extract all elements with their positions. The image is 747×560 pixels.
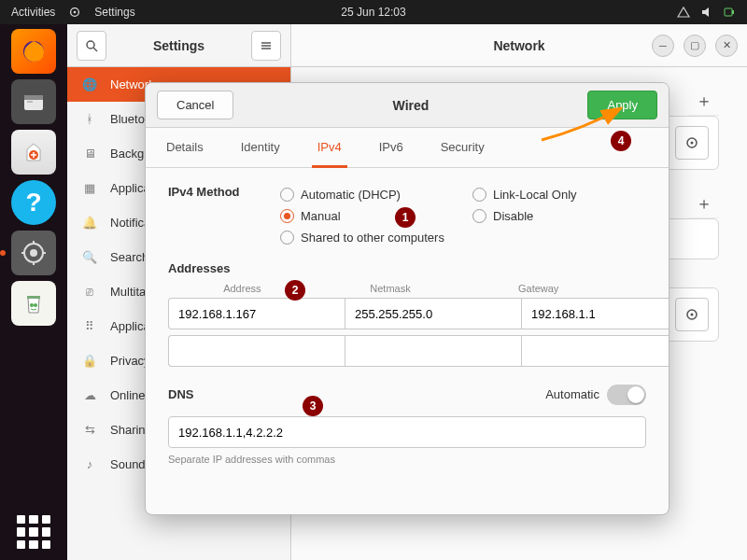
- add-wired-button[interactable]: ＋: [689, 86, 719, 116]
- maximize-button[interactable]: ▢: [684, 35, 706, 57]
- radio-linklocal[interactable]: Link-Local Only: [472, 188, 646, 202]
- dns-automatic-toggle[interactable]: [607, 385, 646, 405]
- gateway-input[interactable]: [521, 298, 669, 329]
- app-name: Settings: [94, 6, 134, 19]
- svg-point-10: [30, 249, 37, 257]
- search-button[interactable]: [77, 31, 106, 61]
- sidebar-title: Settings: [116, 38, 242, 53]
- radio-automatic[interactable]: Automatic (DHCP): [280, 188, 454, 202]
- device-icon: ⎚: [82, 285, 97, 300]
- svg-point-18: [87, 41, 94, 49]
- activities-button[interactable]: Activities: [11, 6, 55, 19]
- svg-point-1: [74, 11, 77, 14]
- top-bar: Activities Settings 25 Jun 12:03: [0, 0, 747, 24]
- address-row: [168, 298, 646, 329]
- dns-automatic-label: Automatic: [545, 387, 599, 401]
- dns-title: DNS: [168, 387, 193, 401]
- dns-hint: Separate IP addresses with commas: [168, 454, 646, 465]
- apps-icon: ⠿: [82, 319, 97, 334]
- share-icon: ⇆: [82, 423, 97, 438]
- address-input[interactable]: [168, 298, 345, 329]
- svg-point-26: [691, 314, 694, 316]
- bell-icon: 🔔: [82, 216, 97, 231]
- svg-rect-2: [725, 8, 732, 16]
- dns-input[interactable]: [168, 416, 646, 448]
- svg-point-17: [34, 303, 37, 307]
- address-input[interactable]: [168, 335, 345, 367]
- gateway-input[interactable]: [521, 335, 669, 367]
- lock-icon: 🔒: [82, 354, 97, 369]
- battery-icon[interactable]: [723, 6, 736, 19]
- dock-show-apps[interactable]: [17, 515, 50, 549]
- dock-firefox[interactable]: [11, 29, 56, 74]
- radio-disable[interactable]: Disable: [472, 209, 646, 223]
- grid-icon: ▦: [82, 181, 97, 196]
- display-icon: 🖥: [82, 147, 97, 161]
- svg-rect-7: [27, 101, 33, 103]
- globe-icon: 🌐: [82, 77, 97, 92]
- tab-ipv4[interactable]: IPv4: [312, 129, 347, 168]
- callout-3: 3: [303, 396, 323, 416]
- dock-software[interactable]: [11, 130, 56, 175]
- tab-identity[interactable]: Identity: [235, 129, 286, 168]
- callout-1: 1: [395, 207, 416, 228]
- svg-rect-3: [732, 10, 734, 14]
- clock[interactable]: 25 Jun 12:03: [341, 6, 405, 19]
- col-netmask: Netmask: [317, 283, 465, 294]
- dialog-title: Wired: [233, 98, 587, 113]
- svg-point-16: [30, 303, 34, 307]
- dock-help[interactable]: ?: [11, 180, 56, 225]
- callout-4: 4: [611, 131, 631, 151]
- netmask-input[interactable]: [345, 298, 521, 329]
- volume-icon[interactable]: [700, 6, 713, 19]
- svg-line-19: [93, 48, 97, 51]
- dock-trash[interactable]: [11, 281, 56, 326]
- radio-manual[interactable]: Manual: [280, 209, 454, 223]
- radio-shared[interactable]: Shared to other computers: [280, 231, 646, 245]
- app-indicator[interactable]: [68, 6, 81, 19]
- svg-rect-15: [27, 296, 40, 299]
- sound-icon: ♪: [82, 457, 97, 472]
- tab-details[interactable]: Details: [161, 129, 209, 168]
- address-row: [168, 335, 646, 367]
- netmask-input[interactable]: [345, 335, 521, 367]
- cloud-icon: ☁: [82, 388, 97, 403]
- tab-ipv6[interactable]: IPv6: [374, 129, 409, 168]
- network-status-icon[interactable]: [676, 6, 691, 19]
- svg-point-24: [691, 142, 694, 145]
- dock-settings[interactable]: [11, 231, 56, 275]
- wired-gear-button[interactable]: [675, 126, 709, 160]
- svg-rect-6: [24, 95, 43, 100]
- add-vpn-button[interactable]: ＋: [689, 189, 719, 218]
- bluetooth-icon: ᚼ: [82, 112, 97, 127]
- callout-2: 2: [285, 280, 305, 301]
- hamburger-button[interactable]: [251, 31, 281, 61]
- sidebar-item-label: Search: [110, 250, 148, 264]
- close-button[interactable]: ✕: [715, 35, 738, 57]
- content-title: Network: [493, 38, 544, 53]
- dock-files[interactable]: [11, 79, 56, 124]
- sidebar-item-label: Sound: [110, 457, 146, 471]
- col-gateway: Gateway: [464, 283, 613, 294]
- proxy-gear-button[interactable]: [675, 298, 709, 331]
- minimize-button[interactable]: ─: [652, 35, 674, 57]
- addresses-title: Addresses: [168, 261, 646, 275]
- tab-security[interactable]: Security: [435, 129, 490, 168]
- dock: ?: [0, 24, 67, 560]
- search-icon: 🔍: [82, 250, 97, 265]
- cancel-button[interactable]: Cancel: [157, 91, 233, 119]
